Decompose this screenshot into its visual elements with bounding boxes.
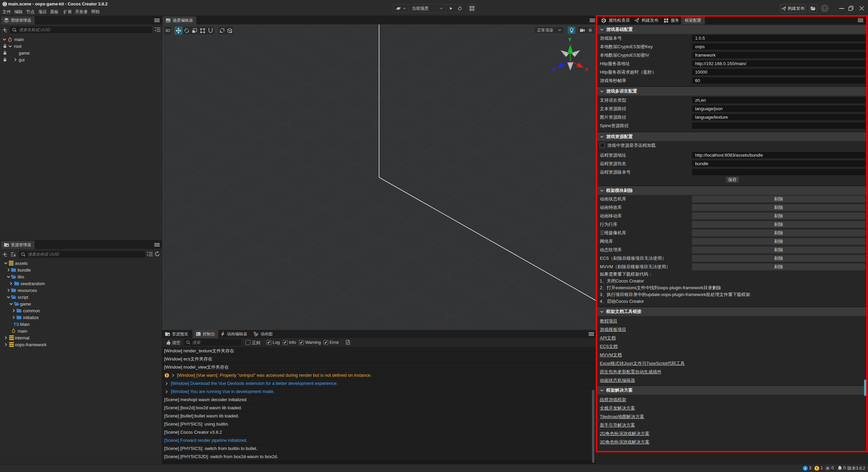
svg-text:Y: Y: [568, 37, 572, 42]
svg-text:Z: Z: [553, 67, 556, 72]
svg-text:i: i: [805, 467, 806, 470]
svg-text:X: X: [585, 67, 588, 72]
